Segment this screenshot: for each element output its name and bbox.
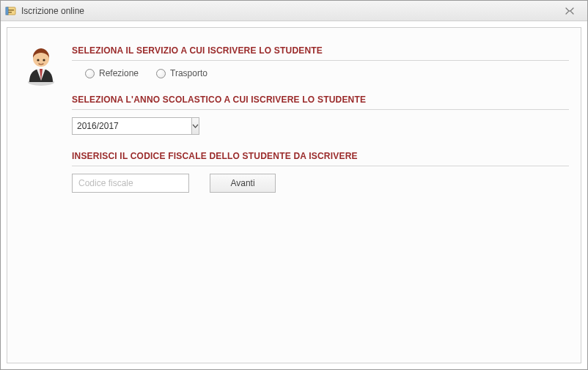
radio-refezione[interactable]: Refezione [85, 68, 139, 78]
radio-label: Refezione [99, 68, 139, 78]
svg-rect-1 [8, 10, 14, 11]
school-year-input[interactable] [72, 117, 191, 135]
radio-icon [156, 69, 166, 78]
svg-rect-3 [6, 7, 8, 15]
chevron-down-icon [192, 124, 199, 128]
school-year-combobox[interactable] [72, 117, 172, 135]
divider [72, 166, 569, 166]
radio-trasporto[interactable]: Trasporto [156, 68, 207, 78]
student-icon [23, 45, 59, 351]
radio-label: Trasporto [170, 68, 207, 78]
client-area: SELEZIONA IL SERVIZIO A CUI ISCRIVERE LO… [1, 21, 587, 369]
window-title: Iscrizione online [21, 6, 84, 16]
service-radio-group: Refezione Trasporto [72, 68, 569, 78]
svg-point-7 [43, 59, 45, 61]
combobox-toggle[interactable] [191, 117, 199, 135]
cf-row: Avanti [72, 174, 569, 193]
radio-icon [85, 69, 95, 78]
form-column: SELEZIONA IL SERVIZIO A CUI ISCRIVERE LO… [72, 40, 569, 351]
icon-column [19, 40, 63, 351]
svg-rect-2 [8, 12, 12, 13]
avanti-button[interactable]: Avanti [210, 174, 276, 193]
close-button[interactable] [556, 4, 583, 18]
dialog-window: Iscrizione online [0, 0, 588, 370]
divider [72, 60, 569, 61]
codice-fiscale-input[interactable] [72, 174, 189, 193]
titlebar: Iscrizione online [1, 1, 587, 21]
section-header-service: SELEZIONA IL SERVIZIO A CUI ISCRIVERE LO… [72, 40, 569, 60]
form-panel: SELEZIONA IL SERVIZIO A CUI ISCRIVERE LO… [7, 27, 581, 363]
close-icon [565, 7, 575, 15]
section-header-year: SELEZIONA L'ANNO SCOLASTICO A CUI ISCRIV… [72, 89, 569, 109]
svg-point-6 [37, 59, 39, 61]
divider [72, 109, 569, 110]
section-header-cf: INSERISCI IL CODICE FISCALE DELLO STUDEN… [72, 145, 569, 166]
app-icon [5, 5, 17, 17]
